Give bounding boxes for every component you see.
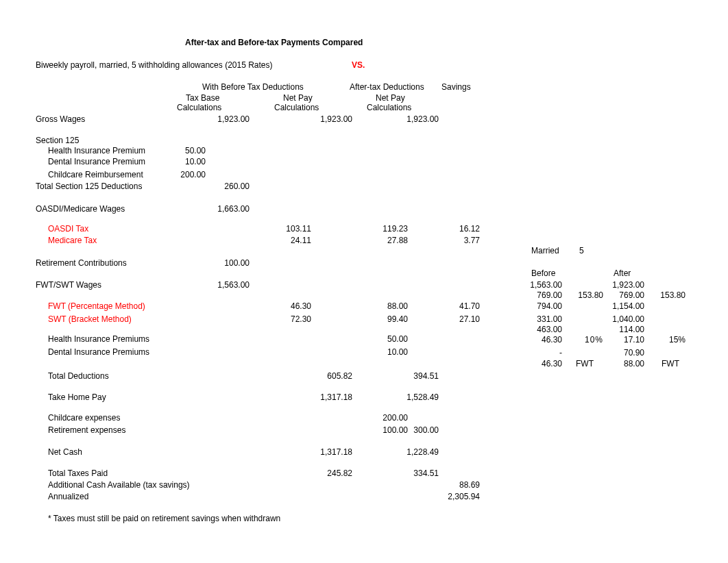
side-r3c1: 794.00: [521, 301, 562, 311]
label-health: Health Insurance Premium: [48, 146, 145, 155]
side-r8c4: FWT: [662, 359, 696, 368]
val-dental: 10.00: [171, 157, 206, 166]
val-swt-c7: 27.10: [439, 314, 480, 324]
label-total-125: Total Section 125 Deductions: [36, 182, 142, 191]
val-totded-c6: 394.51: [398, 371, 439, 381]
val-dental2: 10.00: [367, 347, 408, 357]
label-retirement: Retirement Contributions: [36, 258, 127, 268]
page-container: After-tax and Before-tax Payments Compar…: [0, 0, 728, 563]
side-r6c3: 17.10: [603, 335, 644, 345]
val-tottax-c4: 245.82: [308, 468, 352, 478]
val-oasdi-wages: 1,663.00: [206, 204, 250, 214]
label-oasdi-tax: OASDI Tax: [48, 224, 88, 234]
val-addcash: 88.69: [439, 480, 480, 490]
val-total-125: 260.00: [206, 182, 250, 191]
val-fwt-c7: 41.70: [439, 301, 480, 311]
val-swt-c5: 99.40: [367, 314, 408, 324]
side-r2c1: 769.00: [521, 290, 562, 300]
label-childexp: Childcare expenses: [48, 413, 120, 423]
label-oasdi-wages: OASDI/Medicare Wages: [36, 204, 125, 214]
header-after-tax: After-tax Deductions: [350, 82, 424, 92]
val-takehome-c4: 1,317.18: [308, 392, 352, 402]
side-r6c4: 15%: [651, 335, 685, 345]
val-gross-c4: 1,923.00: [308, 114, 352, 124]
val-oasdi-c7: 16.12: [439, 224, 480, 234]
side-r8c1: 46.30: [521, 359, 562, 368]
val-tottax-c6: 334.51: [398, 468, 439, 478]
label-addcash: Additional Cash Available (tax savings): [48, 480, 190, 490]
val-netcash-c6: 1,228.49: [398, 447, 439, 457]
label-dental: Dental Insurance Premium: [48, 157, 145, 166]
val-fwt-c3: 46.30: [267, 301, 311, 311]
label-medicare-tax: Medicare Tax: [48, 236, 97, 245]
label-gross: Gross Wages: [36, 114, 85, 124]
val-oasdi-c3: 103.11: [267, 224, 311, 234]
val-oasdi-c5: 119.23: [367, 224, 408, 234]
side-married: Married: [531, 246, 559, 255]
val-fwtswt: 1,563.00: [206, 280, 250, 290]
side-r1c3: 1,923.00: [603, 280, 644, 290]
label-section125: Section 125: [36, 136, 79, 145]
val-medi-c7: 3.77: [439, 236, 480, 245]
side-r6c1: 46.30: [521, 335, 562, 345]
label-fwt: FWT (Percentage Method): [48, 301, 145, 311]
header-taxbase: Tax Base: [186, 93, 219, 103]
val-totded-c4: 605.82: [308, 371, 352, 381]
label-fwtswt: FWT/SWT Wages: [36, 280, 101, 290]
side-r7c1: -: [521, 348, 562, 358]
label-total-deductions: Total Deductions: [48, 371, 109, 381]
vs-label: VS.: [352, 60, 365, 70]
val-netcash-c4: 1,317.18: [308, 447, 352, 457]
label-annual: Annualized: [48, 492, 88, 501]
side-r8c3: 88.00: [603, 359, 644, 368]
val-medi-c3: 24.11: [267, 236, 311, 245]
val-medi-c5: 27.88: [367, 236, 408, 245]
label-netcash: Net Cash: [48, 447, 82, 457]
header-calcs-2: Calculations: [274, 103, 319, 112]
val-childexp: 200.00: [367, 413, 408, 423]
val-gross-c6: 1,923.00: [398, 114, 439, 124]
side-r6c2: 10%: [569, 335, 603, 345]
val-health: 50.00: [171, 146, 206, 155]
side-r1c1: 1,563.00: [521, 280, 562, 290]
side-five: 5: [579, 246, 584, 255]
header-netpay-1: Net Pay: [283, 93, 313, 103]
side-r4c3: 1,040.00: [603, 314, 644, 324]
header-calcs-1: Calculations: [177, 103, 221, 112]
val-retire: 100.00: [206, 258, 250, 268]
subtitle: Biweekly payroll, married, 5 withholding…: [36, 60, 273, 70]
side-r2c3: 769.00: [603, 290, 644, 300]
page-title: After-tax and Before-tax Payments Compar…: [185, 38, 363, 47]
label-retireexp: Retirement expenses: [48, 425, 125, 435]
header-netpay-2: Net Pay: [376, 93, 405, 103]
side-r5c1: 463.00: [521, 325, 562, 334]
label-takehome: Take Home Pay: [48, 392, 106, 402]
label-tottax: Total Taxes Paid: [48, 468, 108, 478]
val-gross-c2: 1,923.00: [206, 114, 250, 124]
side-r3c3: 1,154.00: [603, 301, 644, 311]
label-swt: SWT (Bracket Method): [48, 314, 132, 324]
label-dental2: Dental Insurance Premiums: [48, 347, 149, 357]
header-before-tax: With Before Tax Deductions: [202, 82, 304, 92]
val-fwt-c5: 88.00: [367, 301, 408, 311]
val-retireexp-c6: 300.00: [398, 425, 439, 435]
footnote: * Taxes must still be paid on retirement…: [48, 514, 280, 523]
side-r2c2: 153.80: [569, 290, 603, 300]
val-childcare: 200.00: [171, 170, 206, 179]
side-before: Before: [531, 268, 555, 278]
val-annual: 2,305.94: [439, 492, 480, 501]
val-takehome-c6: 1,528.49: [398, 392, 439, 402]
side-r5c3: 114.00: [603, 325, 644, 334]
side-r7c3: 70.90: [603, 348, 644, 358]
side-r2c4: 153.80: [651, 290, 685, 300]
side-r4c1: 331.00: [521, 314, 562, 324]
header-savings: Savings: [441, 82, 471, 92]
label-childcare: Childcare Reimbursement: [48, 170, 143, 179]
header-calcs-3: Calculations: [367, 103, 411, 112]
val-swt-c3: 72.30: [267, 314, 311, 324]
val-health2: 50.00: [367, 334, 408, 344]
label-health2: Health Insurance Premiums: [48, 334, 149, 344]
side-after: After: [614, 268, 631, 278]
